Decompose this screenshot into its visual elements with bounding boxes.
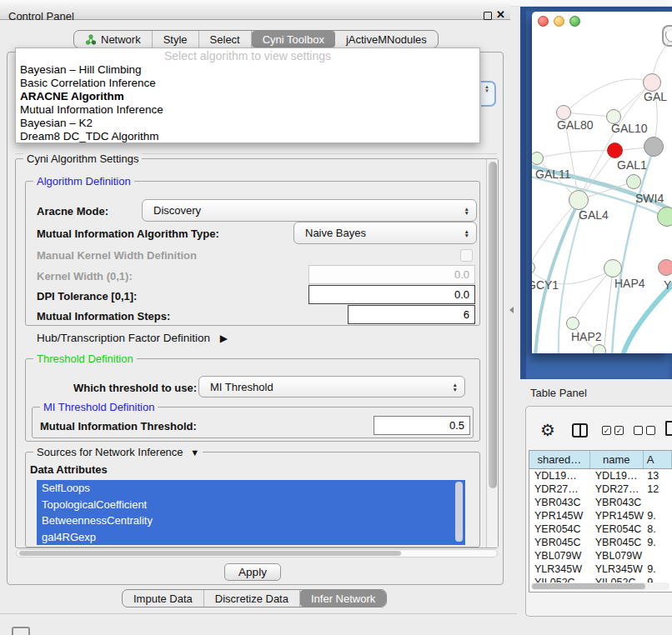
table-horizontal-scrollbar-thumb[interactable] xyxy=(532,583,645,589)
hub-definition-toggle[interactable]: Hub/Transcription Factor Definition ▶ xyxy=(37,332,228,344)
attribute-item-selected[interactable]: BetweennessCentrality xyxy=(37,512,465,529)
network-node-gal4[interactable] xyxy=(569,190,589,210)
window-close-icon[interactable] xyxy=(538,16,549,27)
network-node-gal1[interactable] xyxy=(626,174,641,189)
mi-type-select[interactable]: Naive Bayes ▲▼ xyxy=(293,222,477,244)
manual-kernel-checkbox[interactable] xyxy=(460,249,473,262)
network-node[interactable] xyxy=(593,344,606,353)
tab-infer-network[interactable]: Infer Network xyxy=(300,590,386,607)
hub-definition-label: Hub/Transcription Factor Definition xyxy=(37,332,210,344)
attribute-item-selected[interactable]: TopologicalCoefficient xyxy=(37,497,465,513)
column-header-name[interactable]: name xyxy=(590,451,644,468)
column-header-partial[interactable]: A xyxy=(644,451,672,468)
partial-bottom-icon[interactable] xyxy=(12,627,30,635)
network-canvas[interactable]: GAL GAL80 GAL10 GAL11 GAL1 SWI4 GAL4 GCY… xyxy=(532,32,672,353)
attribute-item-selected[interactable]: gal4RGexp xyxy=(37,529,465,546)
settings-horizontal-scrollbar-thumb[interactable] xyxy=(19,551,401,556)
settings-vertical-scrollbar[interactable] xyxy=(486,159,498,548)
tab-jactivemnodules[interactable]: jActiveMNodules xyxy=(335,31,438,48)
settings-vertical-scrollbar-thumb[interactable] xyxy=(489,162,497,488)
table-horizontal-scrollbar[interactable] xyxy=(531,582,669,590)
kernel-width-label: Kernel Width (0,1): xyxy=(37,270,133,282)
tab-network[interactable]: Network xyxy=(74,31,153,48)
network-node-pink[interactable] xyxy=(658,259,672,276)
tab-impute-data-label: Impute Data xyxy=(133,592,193,605)
cell: YBR043C xyxy=(529,496,590,509)
network-node-gray[interactable] xyxy=(644,137,664,157)
sources-title: Sources for Network Inference xyxy=(37,446,183,458)
table-row[interactable]: YBR043C YBR043C xyxy=(529,496,672,509)
tab-discretize-data[interactable]: Discretize Data xyxy=(204,590,300,607)
table-rows: YDL19… YDL19… 13 YDR27… YDR27… 12 YBR043… xyxy=(529,469,672,583)
mi-type-value: Naive Bayes xyxy=(305,227,366,239)
network-window[interactable]: GAL GAL80 GAL10 GAL11 GAL1 SWI4 GAL4 GCY… xyxy=(532,12,672,353)
table-header-row: shared… name A xyxy=(529,451,672,469)
sources-title-row[interactable]: Sources for Network Inference ▼ xyxy=(33,446,203,458)
aracne-mode-select[interactable]: Discovery ▲▼ xyxy=(142,199,477,222)
network-node-swi4[interactable] xyxy=(657,207,672,227)
node-label-gal1: GAL1 xyxy=(617,158,647,172)
select-all-checkbox-icon[interactable]: ✓ xyxy=(602,426,611,435)
columns-icon[interactable] xyxy=(572,423,588,438)
window-minimize-icon[interactable] xyxy=(554,16,564,27)
network-node-selected-red[interactable] xyxy=(607,142,623,158)
mi-steps-field[interactable]: 6 xyxy=(348,305,475,324)
dropdown-item[interactable]: Bayesian – K2 xyxy=(16,117,479,130)
node-label-partial: Y xyxy=(664,278,671,292)
dropdown-item[interactable]: Mutual Information Inference xyxy=(16,103,479,117)
table-row[interactable]: YDR27… YDR27… 12 xyxy=(529,482,672,496)
settings-horizontal-scrollbar[interactable] xyxy=(16,549,498,558)
mi-threshold-title: MI Threshold Definition xyxy=(40,401,158,413)
algorithm-definition-title: Algorithm Definition xyxy=(33,175,134,188)
dropdown-item[interactable]: Dream8 DC_TDC Algorithm xyxy=(16,130,479,143)
mi-threshold-field[interactable]: 0.5 xyxy=(374,416,470,435)
mi-steps-label: Mutual Information Steps: xyxy=(37,310,170,322)
network-node[interactable] xyxy=(643,73,661,92)
window-zoom-icon[interactable] xyxy=(569,16,580,27)
tab-jactivemnodules-label: jActiveMNodules xyxy=(346,33,427,46)
cell: YLR345W xyxy=(529,562,590,576)
tab-cyni-toolbox[interactable]: Cyni Toolbox xyxy=(252,31,335,48)
float-window-icon[interactable] xyxy=(484,12,492,20)
combo-arrows-icon: ▲▼ xyxy=(464,228,469,238)
column-header-shared-name[interactable]: shared… xyxy=(529,451,590,468)
table-row[interactable]: YBL079W YBL079W xyxy=(529,549,672,562)
tab-infer-network-label: Infer Network xyxy=(311,592,375,605)
tab-style[interactable]: Style xyxy=(153,31,199,48)
attribute-item-selected[interactable]: SelfLoops xyxy=(37,480,465,497)
dropdown-item[interactable]: Basic Correlation Inference xyxy=(16,77,479,90)
table-row[interactable]: YPR145W YPR145W 9. xyxy=(529,509,672,522)
dpi-tolerance-field[interactable]: 0.0 xyxy=(308,285,475,304)
network-node-hap4[interactable] xyxy=(604,259,622,278)
select-all-checkbox-icon[interactable]: ✓ xyxy=(614,426,624,435)
gear-icon[interactable]: ⚙ xyxy=(540,420,555,440)
tab-impute-data[interactable]: Impute Data xyxy=(123,590,204,607)
attributes-list-scrollbar-thumb[interactable] xyxy=(455,482,463,542)
table-row[interactable]: YDL19… YDL19… 13 xyxy=(529,469,672,482)
cell: 13 xyxy=(644,469,672,482)
deselect-checkbox-icon[interactable] xyxy=(634,426,643,435)
cell: YDR27… xyxy=(529,482,590,496)
document-icon[interactable] xyxy=(665,421,672,436)
cell: 12 xyxy=(644,482,672,496)
dpi-tolerance-label: DPI Tolerance [0,1]: xyxy=(37,290,137,302)
table-row[interactable]: YLR345W YLR345W 9. xyxy=(529,562,672,576)
which-threshold-select[interactable]: MI Threshold ▲▼ xyxy=(198,376,465,398)
network-node-hap2[interactable] xyxy=(566,317,579,330)
close-icon[interactable]: ✕ xyxy=(496,8,505,21)
splitter-collapse-icon[interactable] xyxy=(509,307,514,313)
network-icon xyxy=(85,34,97,45)
table-row[interactable]: YBR045C YBR045C 9. xyxy=(529,536,672,549)
combo-arrows-icon: ▲▼ xyxy=(464,206,469,215)
dropdown-item[interactable]: Bayesian – Hill Climbing xyxy=(16,63,479,77)
kernel-width-field[interactable]: 0.0 xyxy=(308,265,475,284)
apply-button[interactable]: Apply xyxy=(224,563,281,581)
control-panel-titlebar: Control Panel ✕ xyxy=(0,0,510,20)
dropdown-item-selected[interactable]: ARACNE Algorithm xyxy=(16,90,479,103)
node-label-hap2: HAP2 xyxy=(571,330,602,343)
tab-select[interactable]: Select xyxy=(199,31,252,48)
table-row[interactable]: YER054C YER054C 8. xyxy=(529,522,672,536)
node-label-swi4: SWI4 xyxy=(635,192,664,205)
deselect-checkbox-icon[interactable] xyxy=(646,426,655,435)
cell: YPR145W xyxy=(529,509,590,522)
